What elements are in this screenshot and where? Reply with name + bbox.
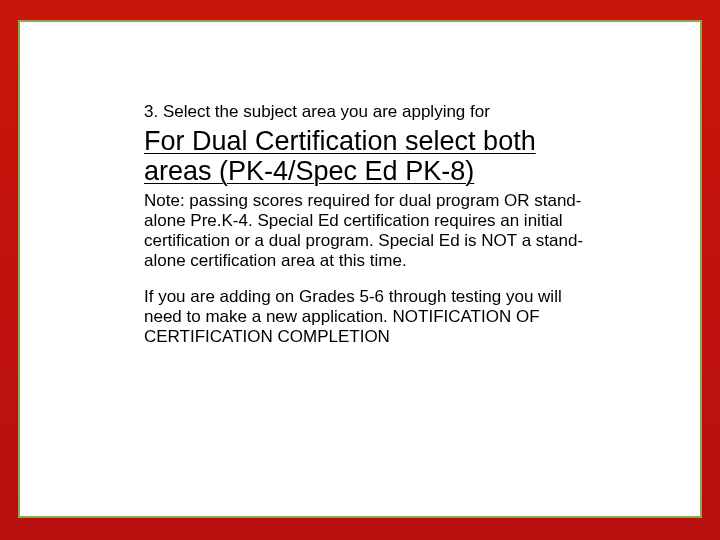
slide-background: 3. Select the subject area you are apply…: [0, 0, 720, 540]
text-block: 3. Select the subject area you are apply…: [144, 102, 584, 347]
content-panel: 3. Select the subject area you are apply…: [18, 20, 702, 518]
dual-cert-headline: For Dual Certification select both areas…: [144, 126, 584, 186]
addon-text: If you are adding on Grades 5-6 through …: [144, 287, 584, 347]
step-instruction: 3. Select the subject area you are apply…: [144, 102, 584, 122]
note-text: Note: passing scores required for dual p…: [144, 191, 584, 271]
